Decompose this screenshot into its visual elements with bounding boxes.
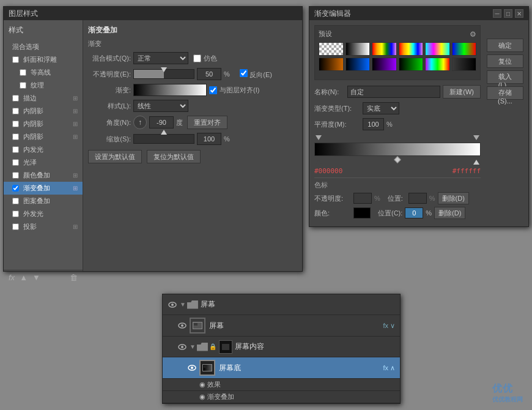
style-checkbox-inner-shadow1[interactable]	[12, 108, 19, 114]
save-btn[interactable]: 存储(S)...	[487, 86, 523, 100]
color-stop-right[interactable]	[473, 160, 479, 165]
load-btn[interactable]: 载入(L)...	[487, 70, 523, 84]
chevron-screen-content[interactable]: ▼	[190, 343, 196, 350]
eye-screen-folder[interactable]	[168, 300, 177, 310]
fx-screen-base[interactable]: fx ∧	[383, 364, 395, 372]
gradient-preview-swatch[interactable]	[133, 84, 207, 96]
set-default-btn[interactable]: 设置为默认值	[88, 150, 142, 163]
style-checkbox-inner-shadow3[interactable]	[12, 133, 19, 140]
style-item-gradient-overlay[interactable]: 渐变叠加 ⊞	[4, 182, 83, 195]
ok-btn[interactable]: 确定	[487, 39, 523, 52]
move-up-btn[interactable]: ▲	[20, 273, 28, 282]
opacity-input[interactable]	[197, 68, 221, 80]
drop-shadow-expand[interactable]: ⊞	[73, 223, 78, 230]
maximize-btn[interactable]: □	[504, 9, 512, 18]
color-stop-left[interactable]	[316, 160, 322, 165]
style-select[interactable]: 线性 径向 角度	[133, 100, 188, 112]
style-checkbox-gradient-overlay[interactable]	[12, 185, 19, 192]
smoothness-input[interactable]	[363, 118, 384, 130]
stroke-expand[interactable]: ⊞	[73, 95, 78, 102]
style-item-satin[interactable]: 光泽	[4, 156, 83, 169]
style-checkbox-stroke[interactable]	[12, 95, 19, 102]
preset-violet[interactable]	[372, 58, 397, 71]
gradient-type-select[interactable]: 实底 杂色	[363, 102, 399, 114]
reset-default-btn[interactable]: 复位为默认值	[147, 150, 201, 163]
preset-transparent[interactable]	[319, 42, 344, 56]
reset-alignment-btn[interactable]: 重置对齐	[187, 116, 227, 129]
delete-color-stop-btn[interactable]: 删除(D)	[434, 207, 465, 219]
style-checkbox-bevel[interactable]	[12, 56, 19, 63]
gradient-overlay-expand[interactable]: ⊞	[73, 185, 78, 192]
layer-row-screen[interactable]: 屏幕 fx ∨	[163, 315, 400, 337]
gradient-midpoint[interactable]	[394, 156, 401, 163]
preset-bw-trans[interactable]	[452, 58, 477, 71]
align-checkbox[interactable]	[209, 86, 217, 94]
move-down-btn[interactable]: ▼	[32, 273, 40, 282]
style-checkbox-inner-glow[interactable]	[12, 146, 19, 153]
style-checkbox-drop-shadow[interactable]	[12, 223, 19, 230]
opacity-stop-input[interactable]	[353, 193, 372, 204]
style-item-contour[interactable]: 等高线	[4, 66, 83, 79]
style-item-inner-glow[interactable]: 内发光	[4, 143, 83, 156]
style-checkbox-texture[interactable]	[20, 82, 26, 89]
color-swatch[interactable]	[353, 207, 371, 218]
preset-rainbow[interactable]	[372, 42, 397, 56]
angle-input[interactable]	[149, 116, 174, 129]
layer-row-screen-base[interactable]: 屏幕底 fx ∧	[163, 357, 400, 379]
style-item-inner-shadow3[interactable]: 内阴影 ⊞	[4, 130, 83, 143]
inner-shadow2-expand[interactable]: ⊞	[73, 121, 78, 127]
blend-mode-select[interactable]: 正常 溶解 正片叠底	[133, 52, 188, 64]
eye-screen-base[interactable]	[187, 363, 197, 373]
inner-shadow3-expand[interactable]: ⊞	[73, 133, 78, 140]
style-item-color-overlay[interactable]: 颜色叠加 ⊞	[4, 169, 83, 182]
scale-input[interactable]	[197, 133, 221, 145]
style-checkbox-satin[interactable]	[12, 159, 19, 166]
style-item-outer-glow[interactable]: 外发光	[4, 207, 83, 220]
style-item-pattern-overlay[interactable]: 图案叠加	[4, 195, 83, 207]
preset-green[interactable]	[399, 58, 424, 71]
style-checkbox-color-overlay[interactable]	[12, 172, 19, 179]
preset-multi2[interactable]	[452, 42, 477, 56]
style-checkbox-pattern-overlay[interactable]	[12, 198, 19, 204]
preset-orange[interactable]	[319, 58, 344, 71]
style-item-inner-shadow2[interactable]: 内阴影 ⊞	[4, 117, 83, 130]
preset-multi1[interactable]	[425, 42, 450, 56]
style-item-blend-options[interactable]: 混合选项	[4, 40, 83, 53]
gradient-bar[interactable]	[314, 143, 481, 156]
inner-shadow1-expand[interactable]: ⊞	[73, 108, 78, 114]
preset-multi3[interactable]	[425, 58, 450, 71]
color-overlay-expand[interactable]: ⊞	[73, 172, 78, 179]
close-btn[interactable]: ✕	[515, 9, 523, 18]
delete-style-btn[interactable]: 🗑	[70, 273, 78, 282]
delete-stop-btn[interactable]: 删除(D)	[438, 192, 469, 204]
style-checkbox-contour[interactable]	[20, 69, 26, 76]
presets-gear-icon[interactable]: ⚙	[470, 30, 476, 39]
style-item-stroke[interactable]: 描边 ⊞	[4, 92, 83, 105]
reset-btn[interactable]: 复位	[487, 54, 523, 68]
eye-screen[interactable]	[177, 321, 187, 330]
style-checkbox-outer-glow[interactable]	[12, 211, 19, 217]
style-item-bevel[interactable]: 斜面和浮雕	[4, 53, 83, 66]
scale-slider-thumb[interactable]	[161, 130, 167, 135]
preset-rainbow2[interactable]	[399, 42, 424, 56]
style-checkbox-inner-shadow2[interactable]	[12, 121, 19, 127]
angle-dial[interactable]	[133, 116, 147, 129]
fx-screen[interactable]: fx ∨	[383, 322, 395, 330]
layer-row-screen-content[interactable]: ▼ 🔒 屏幕内容	[163, 337, 400, 357]
position-stop-input[interactable]	[408, 193, 427, 204]
preset-blue[interactable]	[345, 58, 371, 71]
style-item-inner-shadow1[interactable]: 内阴影 ⊞	[4, 105, 83, 117]
opacity-stop-left[interactable]	[316, 135, 322, 140]
style-item-texture[interactable]: 纹理	[4, 79, 83, 92]
new-gradient-btn[interactable]: 新建(W)	[443, 85, 481, 99]
minimize-btn[interactable]: ─	[493, 9, 501, 18]
layer-row-screen-folder[interactable]: ▼ 屏幕	[163, 294, 400, 315]
fake-color-checkbox[interactable]	[193, 54, 201, 62]
style-item-drop-shadow[interactable]: 投影 ⊞	[4, 220, 83, 233]
reverse-checkbox[interactable]	[240, 69, 248, 77]
preset-black-white[interactable]	[345, 42, 371, 56]
opacity-slider-thumb[interactable]	[161, 67, 167, 72]
opacity-stop-right[interactable]	[473, 135, 479, 140]
eye-screen-content[interactable]	[177, 342, 187, 352]
chevron-screen-folder[interactable]: ▼	[180, 301, 186, 308]
